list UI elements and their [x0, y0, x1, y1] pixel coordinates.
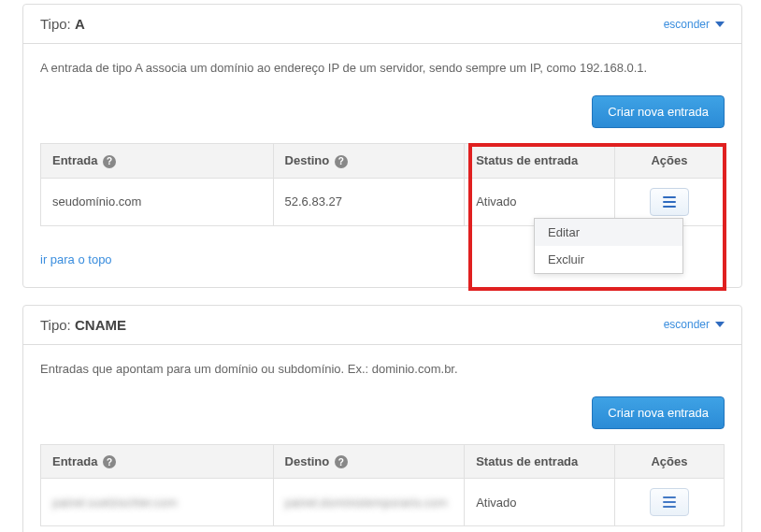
- help-icon[interactable]: ?: [103, 155, 116, 168]
- description-cname: Entradas que apontam para um domínio ou …: [40, 362, 725, 376]
- panel-header-a: Tipo: A esconder: [23, 5, 741, 44]
- menu-icon: [663, 201, 676, 203]
- th-acoes: Ações: [615, 144, 725, 179]
- help-icon[interactable]: ?: [103, 455, 116, 468]
- menu-icon: [663, 501, 676, 503]
- table-header-row: Entrada ? Destino ? Status de entrada Aç…: [41, 144, 725, 179]
- chevron-down-icon: [715, 22, 725, 27]
- actions-dropdown: Editar Excluir: [534, 218, 683, 274]
- th-entrada: Entrada ?: [41, 144, 274, 179]
- cell-entrada: seudomínio.com: [41, 178, 274, 225]
- cell-destino: painel.dominiotemporario.com: [273, 479, 465, 526]
- type-label: Tipo:: [40, 16, 71, 32]
- panel-body-a: A entrada de tipo A associa um domínio a…: [23, 44, 741, 287]
- th-destino-label: Destino: [285, 153, 330, 167]
- panel-body-cname: Entradas que apontam para um domínio ou …: [23, 345, 741, 533]
- th-status: Status de entrada: [465, 144, 615, 179]
- type-label: Tipo:: [40, 317, 71, 333]
- actions-menu-button[interactable]: [650, 188, 689, 216]
- help-icon[interactable]: ?: [335, 155, 348, 168]
- th-entrada-label: Entrada: [52, 153, 97, 167]
- button-row-cname: Criar nova entrada: [40, 396, 725, 429]
- th-entrada: Entrada ?: [41, 444, 274, 479]
- chevron-down-icon: [715, 322, 725, 327]
- th-status: Status de entrada: [465, 444, 615, 479]
- actions-menu-button[interactable]: [650, 488, 689, 516]
- hide-label: esconder: [664, 318, 710, 331]
- table-row: painel.suelzischler.com painel.dominiote…: [41, 479, 725, 526]
- cell-status: Ativado: [465, 479, 615, 526]
- panel-header-cname: Tipo: CNAME esconder: [23, 306, 741, 345]
- cell-entrada: painel.suelzischler.com: [41, 479, 274, 526]
- dropdown-edit[interactable]: Editar: [535, 219, 682, 246]
- cell-destino: 52.6.83.27: [273, 178, 465, 225]
- type-value: CNAME: [75, 317, 126, 333]
- dropdown-delete[interactable]: Excluir: [535, 246, 682, 273]
- create-entry-button-cname[interactable]: Criar nova entrada: [592, 396, 725, 429]
- th-destino: Destino ?: [273, 144, 465, 179]
- th-destino-label: Destino: [285, 454, 330, 468]
- panel-title-a: Tipo: A: [40, 16, 85, 32]
- type-value: A: [75, 16, 85, 32]
- hide-link-cname[interactable]: esconder: [664, 318, 725, 331]
- th-entrada-label: Entrada: [52, 454, 97, 468]
- entries-table-cname: Entrada ? Destino ? Status de entrada Aç…: [40, 444, 725, 527]
- entries-table-a: Entrada ? Destino ? Status de entrada Aç…: [40, 143, 725, 226]
- table-header-row: Entrada ? Destino ? Status de entrada Aç…: [41, 444, 725, 479]
- cell-acoes: [615, 479, 725, 526]
- button-row-a: Criar nova entrada: [40, 95, 725, 128]
- panel-tipo-a: Tipo: A esconder A entrada de tipo A ass…: [22, 4, 742, 288]
- th-acoes: Ações: [615, 444, 725, 479]
- help-icon[interactable]: ?: [335, 455, 348, 468]
- hide-link-a[interactable]: esconder: [664, 18, 725, 31]
- description-a: A entrada de tipo A associa um domínio a…: [40, 61, 725, 75]
- back-to-top-link[interactable]: ir para o topo: [40, 252, 112, 266]
- create-entry-button-a[interactable]: Criar nova entrada: [592, 95, 725, 128]
- panel-title-cname: Tipo: CNAME: [40, 317, 126, 333]
- hide-label: esconder: [664, 18, 710, 31]
- panel-tipo-cname: Tipo: CNAME esconder Entradas que aponta…: [22, 305, 742, 533]
- th-destino: Destino ?: [273, 444, 465, 479]
